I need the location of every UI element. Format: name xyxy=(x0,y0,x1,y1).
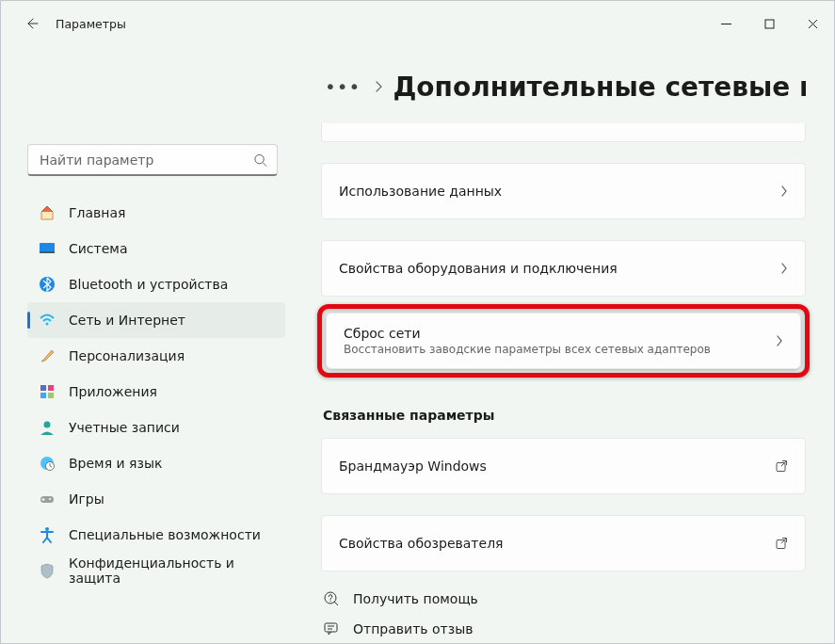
maximize-button[interactable] xyxy=(747,8,791,39)
home-icon xyxy=(39,204,56,221)
svg-rect-7 xyxy=(48,385,54,391)
window-title: Параметры xyxy=(56,17,126,31)
help-icon xyxy=(323,590,340,607)
sidebar-item-label: Bluetooth и устройства xyxy=(69,277,228,292)
svg-rect-2 xyxy=(40,243,55,252)
sidebar-item-label: Конфиденциальность и защита xyxy=(69,555,278,586)
chevron-right-icon xyxy=(776,334,783,347)
sidebar-item-label: Персонализация xyxy=(69,348,185,363)
card-firewall[interactable]: Брандмауэр Windows xyxy=(321,438,806,494)
nav: Главная Система Bluetooth и устройства xyxy=(27,195,285,588)
sidebar-item-system[interactable]: Система xyxy=(27,231,285,266)
highlight-annotation: Сброс сети Восстановить заводские параме… xyxy=(317,304,810,378)
bluetooth-icon xyxy=(39,276,56,293)
card-hardware-properties[interactable]: Свойства оборудования и подключения xyxy=(321,240,806,297)
search-icon xyxy=(253,153,267,167)
svg-point-1 xyxy=(255,154,264,163)
sidebar-item-gaming[interactable]: Игры xyxy=(27,481,285,517)
svg-rect-6 xyxy=(40,385,46,391)
sidebar: Главная Система Bluetooth и устройства xyxy=(1,46,293,643)
sidebar-item-personalization[interactable]: Персонализация xyxy=(27,338,285,374)
main-content: ••• Дополнительные сетевые парам Использ… xyxy=(293,46,834,643)
sidebar-item-accessibility[interactable]: Специальные возможности xyxy=(27,517,285,553)
card-cutoff[interactable] xyxy=(321,123,806,142)
card-title: Использование данных xyxy=(339,184,756,199)
svg-rect-0 xyxy=(765,20,774,28)
apps-icon xyxy=(39,383,56,400)
gamepad-icon xyxy=(39,491,56,507)
chevron-right-icon xyxy=(780,262,788,275)
sidebar-item-bluetooth[interactable]: Bluetooth и устройства xyxy=(27,266,285,302)
card-browser-properties[interactable]: Свойства обозревателя xyxy=(321,515,806,572)
shield-icon xyxy=(39,562,56,579)
svg-point-14 xyxy=(49,498,51,500)
chevron-right-icon xyxy=(374,80,383,93)
section-related-label: Связанные параметры xyxy=(323,408,806,423)
accessibility-icon xyxy=(39,526,56,543)
body: Главная Система Bluetooth и устройства xyxy=(1,46,834,643)
svg-rect-8 xyxy=(40,393,46,398)
sidebar-item-label: Игры xyxy=(69,491,104,507)
page-title: Дополнительные сетевые парам xyxy=(393,72,806,103)
sidebar-item-network[interactable]: Сеть и Интернет xyxy=(27,302,285,338)
monitor-icon xyxy=(39,240,56,257)
sidebar-item-label: Специальные возможности xyxy=(69,527,261,542)
svg-point-19 xyxy=(329,601,330,602)
sidebar-item-label: Время и язык xyxy=(69,456,162,471)
sidebar-item-label: Главная xyxy=(69,205,125,220)
card-data-usage[interactable]: Использование данных xyxy=(321,163,806,219)
search-input[interactable] xyxy=(40,153,245,168)
card-title: Свойства оборудования и подключения xyxy=(339,261,756,276)
cards: Использование данных Свойства оборудован… xyxy=(321,123,806,572)
card-title: Свойства обозревателя xyxy=(339,536,756,551)
back-button[interactable] xyxy=(18,10,44,37)
window-root: Параметры xyxy=(1,1,834,643)
sidebar-item-label: Приложения xyxy=(69,384,157,399)
help-link-label: Отправить отзыв xyxy=(353,621,473,636)
search-box[interactable] xyxy=(27,144,278,176)
help-links: Получить помощь Отправить отзыв xyxy=(321,590,806,637)
help-link-label: Получить помощь xyxy=(353,591,478,606)
feedback-link[interactable]: Отправить отзыв xyxy=(323,620,806,637)
svg-point-15 xyxy=(45,527,49,531)
person-icon xyxy=(39,419,56,436)
clock-globe-icon xyxy=(39,455,56,472)
get-help-link[interactable]: Получить помощь xyxy=(323,590,806,607)
chevron-right-icon xyxy=(780,185,788,198)
svg-rect-9 xyxy=(48,393,54,398)
wifi-icon xyxy=(39,312,56,329)
open-external-icon xyxy=(775,459,788,473)
minimize-button[interactable] xyxy=(704,8,747,39)
breadcrumb-ellipsis[interactable]: ••• xyxy=(321,75,364,98)
open-external-icon xyxy=(775,537,788,550)
sidebar-item-time-language[interactable]: Время и язык xyxy=(27,445,285,481)
brush-icon xyxy=(39,347,56,364)
sidebar-item-label: Система xyxy=(69,241,127,256)
sidebar-item-label: Сеть и Интернет xyxy=(69,313,185,328)
sidebar-item-accounts[interactable]: Учетные записи xyxy=(27,410,285,445)
svg-point-5 xyxy=(46,323,49,326)
feedback-icon xyxy=(323,620,340,637)
sidebar-item-apps[interactable]: Приложения xyxy=(27,374,285,410)
card-subtitle: Восстановить заводские параметры всех се… xyxy=(344,343,751,356)
titlebar: Параметры xyxy=(1,1,834,46)
sidebar-item-privacy[interactable]: Конфиденциальность и защита xyxy=(27,553,285,588)
svg-rect-3 xyxy=(40,251,55,253)
breadcrumb: ••• Дополнительные сетевые парам xyxy=(321,69,806,105)
card-title: Брандмауэр Windows xyxy=(339,459,756,474)
close-button[interactable] xyxy=(791,8,834,39)
card-title: Сброс сети xyxy=(344,326,751,341)
svg-point-10 xyxy=(44,422,51,428)
sidebar-item-label: Учетные записи xyxy=(69,420,180,435)
svg-rect-20 xyxy=(325,623,337,632)
card-network-reset[interactable]: Сброс сети Восстановить заводские параме… xyxy=(326,313,801,369)
sidebar-item-home[interactable]: Главная xyxy=(27,195,285,231)
